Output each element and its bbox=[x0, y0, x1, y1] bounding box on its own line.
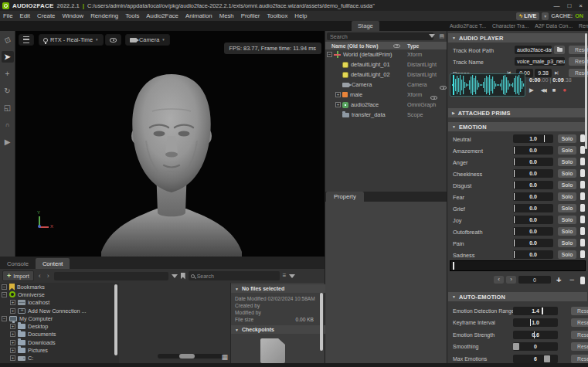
stage-row[interactable]: + audio2face OmniGraph bbox=[325, 100, 447, 110]
stage-row[interactable]: + male Xform bbox=[325, 90, 447, 100]
breadcrumb-path-field[interactable] bbox=[54, 272, 168, 280]
slider-handle[interactable] bbox=[530, 319, 532, 326]
list-view-icon[interactable]: ≡ bbox=[283, 273, 287, 279]
expander-icon[interactable]: + bbox=[10, 308, 15, 314]
expander-icon[interactable]: − bbox=[327, 52, 332, 57]
frame-number-field[interactable]: 0 bbox=[518, 276, 551, 284]
grid-view-icon[interactable]: ▦ bbox=[221, 354, 228, 361]
slider-handle[interactable] bbox=[514, 240, 515, 246]
expander-icon[interactable]: + bbox=[10, 324, 15, 329]
solo-button[interactable]: Solo bbox=[558, 239, 576, 247]
solo-button[interactable]: Solo bbox=[558, 134, 576, 143]
solo-button[interactable]: Solo bbox=[558, 146, 576, 155]
play-tool-button[interactable]: ▶ bbox=[2, 136, 14, 148]
tree-item[interactable]: − My Computer bbox=[0, 314, 114, 322]
menu-item[interactable]: File bbox=[3, 12, 13, 19]
slider-handle[interactable] bbox=[514, 251, 515, 258]
filter-icon[interactable] bbox=[429, 34, 435, 38]
playhead-cursor[interactable] bbox=[453, 75, 454, 95]
menu-item[interactable]: Audio2Face bbox=[146, 12, 178, 19]
attached-prims-header[interactable]: ▶ ATTACHED PRIMS bbox=[448, 108, 587, 117]
browse-folder-button[interactable] bbox=[554, 46, 565, 54]
close-icon[interactable]: × bbox=[579, 2, 583, 9]
slider-handle[interactable] bbox=[514, 216, 515, 223]
expander-icon[interactable]: + bbox=[10, 300, 15, 305]
tree-item[interactable]: + Pictures bbox=[0, 346, 114, 354]
filter-icon[interactable] bbox=[289, 274, 295, 278]
expander-icon[interactable]: + bbox=[10, 340, 15, 345]
slider-handle[interactable] bbox=[514, 170, 515, 177]
slider-handle[interactable] bbox=[514, 182, 515, 189]
slider-handle[interactable] bbox=[179, 354, 195, 359]
scale-tool-button[interactable]: ◱ bbox=[2, 102, 14, 114]
track-root-path-field[interactable]: audio2face-data/ bbox=[515, 46, 552, 54]
menu-item[interactable]: Profiler bbox=[241, 12, 260, 19]
tab-property[interactable]: Property bbox=[326, 192, 364, 202]
emotion-value-slider[interactable]: 0.0 bbox=[513, 158, 553, 166]
expander-icon[interactable]: + bbox=[10, 355, 15, 361]
no-selection-header[interactable]: ▼ No files selected bbox=[231, 284, 325, 293]
play-icon[interactable]: ▶ bbox=[529, 87, 534, 93]
solo-button[interactable]: Solo bbox=[558, 250, 576, 259]
file-grid-pane[interactable]: ▦ bbox=[119, 283, 230, 363]
slider-handle[interactable] bbox=[513, 343, 519, 350]
frame-select-tool-button[interactable]: ⊡ bbox=[2, 34, 14, 46]
snap-tool-button[interactable]: ∩ bbox=[2, 119, 14, 131]
back-icon[interactable]: ‹ bbox=[37, 272, 42, 280]
import-button[interactable]: + Import bbox=[2, 270, 34, 281]
reset-button[interactable]: Reset bbox=[571, 342, 588, 351]
right-panel-tab[interactable]: A2F Data Con... bbox=[532, 21, 576, 31]
panel-scrollbar[interactable] bbox=[585, 33, 587, 149]
menu-item[interactable]: Tools bbox=[125, 12, 139, 19]
live-dropdown-icon[interactable]: ▼ bbox=[542, 12, 549, 20]
keyframe-button[interactable] bbox=[580, 169, 585, 177]
tree-item[interactable]: − Omniverse bbox=[0, 291, 114, 298]
auto-emotion-value-slider[interactable]: 0.6 bbox=[513, 331, 558, 339]
expander-icon[interactable]: + bbox=[335, 102, 341, 107]
keyframe-button[interactable] bbox=[580, 227, 585, 235]
tree-item[interactable]: − Bookmarks bbox=[0, 283, 114, 291]
slider-handle[interactable] bbox=[544, 135, 546, 142]
menu-item[interactable]: Window bbox=[62, 12, 83, 19]
emotion-value-slider[interactable]: 0.0 bbox=[513, 250, 553, 259]
viewport-3d[interactable]: RTX - Real-Time ▼ Camera ▼ FPS: 83.77, F… bbox=[15, 31, 325, 257]
tree-item[interactable]: + Documents bbox=[0, 331, 114, 338]
slider-handle[interactable] bbox=[514, 228, 515, 235]
tab-content[interactable]: Content bbox=[36, 258, 70, 269]
solo-button[interactable]: Solo bbox=[558, 169, 576, 178]
reset-button[interactable]: Reset bbox=[571, 307, 588, 315]
tab-stage[interactable]: Stage bbox=[352, 21, 379, 31]
solo-button[interactable]: Solo bbox=[558, 158, 576, 166]
menu-item[interactable]: Animation bbox=[185, 12, 212, 19]
menu-item[interactable]: Edit bbox=[20, 12, 30, 19]
expander-icon[interactable]: + bbox=[335, 92, 341, 97]
tree-item[interactable]: + C: bbox=[0, 355, 114, 362]
stage-search-input[interactable] bbox=[327, 32, 433, 40]
viewport-menu-button[interactable] bbox=[19, 34, 34, 46]
emotion-keyframe-track[interactable] bbox=[450, 260, 586, 271]
prev-keyframe-button[interactable]: ‹ bbox=[494, 276, 504, 284]
minimize-icon[interactable]: — bbox=[553, 2, 559, 9]
auto-emotion-value-slider[interactable]: 0 bbox=[513, 342, 558, 351]
keyframe-button[interactable] bbox=[580, 277, 585, 284]
slider-handle[interactable] bbox=[544, 355, 550, 362]
icon-size-slider[interactable] bbox=[158, 354, 224, 359]
tree-scrollbar[interactable] bbox=[114, 284, 117, 355]
live-sync-button[interactable]: ϟ LIVE bbox=[516, 12, 539, 20]
renderer-button[interactable]: RTX - Real-Time ▼ bbox=[39, 34, 104, 46]
keyframe-button[interactable] bbox=[580, 158, 585, 165]
next-keyframe-button[interactable]: › bbox=[506, 276, 516, 284]
timeline-cursor[interactable] bbox=[453, 262, 454, 270]
stage-row[interactable]: − World (defaultPrim) Xform bbox=[325, 49, 447, 59]
keyframe-button[interactable] bbox=[580, 181, 585, 189]
solo-button[interactable]: Solo bbox=[558, 192, 576, 201]
auto-emotion-header[interactable]: ▼ AUTO-EMOTION bbox=[448, 292, 587, 301]
tree-item[interactable]: + Add New Connection ... bbox=[0, 307, 114, 314]
keyframe-button[interactable] bbox=[580, 250, 585, 258]
solo-button[interactable]: Solo bbox=[558, 227, 576, 236]
stage-row[interactable]: Camera Camera bbox=[325, 80, 447, 90]
emotion-value-slider[interactable]: 0.0 bbox=[513, 169, 553, 178]
menu-item[interactable]: Toolbox bbox=[267, 12, 287, 19]
remove-keyframe-button[interactable]: − bbox=[569, 275, 574, 284]
expander-icon[interactable]: − bbox=[2, 316, 7, 321]
